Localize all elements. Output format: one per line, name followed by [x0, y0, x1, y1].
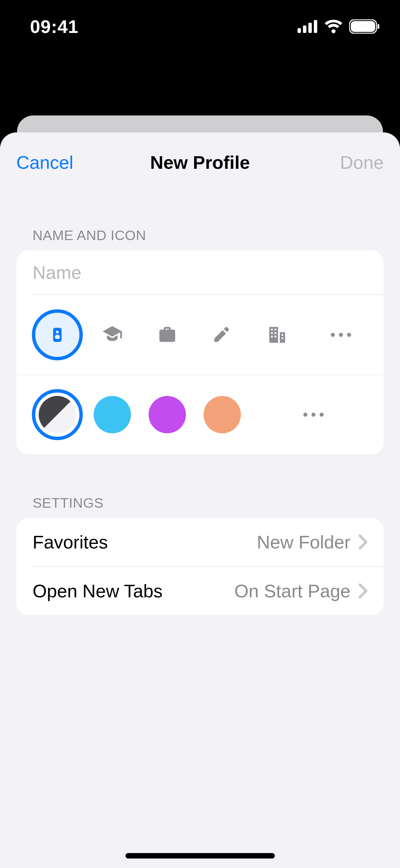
status-time: 09:41 — [0, 16, 109, 37]
briefcase-icon — [157, 324, 178, 345]
color-option-orange[interactable] — [195, 396, 250, 433]
color-picker-row — [16, 375, 384, 454]
new-profile-sheet: Cancel New Profile Done NAME AND ICON — [0, 132, 400, 868]
badge-icon — [49, 326, 66, 343]
open-new-tabs-label: Open New Tabs — [33, 580, 234, 601]
favorites-value: New Folder — [257, 531, 350, 553]
color-option-default[interactable] — [30, 389, 85, 440]
svg-rect-1 — [303, 25, 306, 33]
icon-option-briefcase[interactable] — [140, 309, 195, 360]
settings-card: Favorites New Folder Open New Tabs On St… — [16, 518, 384, 615]
icon-option-badge[interactable] — [30, 309, 85, 360]
default-color-swatch — [39, 396, 76, 433]
building-icon — [267, 324, 288, 345]
nav-bar: Cancel New Profile Done — [0, 132, 400, 192]
icon-picker-row — [16, 295, 384, 375]
svg-rect-5 — [351, 21, 375, 32]
ellipsis-icon — [331, 333, 351, 337]
section-header-settings: SETTINGS — [33, 495, 384, 511]
done-button[interactable]: Done — [309, 152, 384, 173]
blue-swatch — [94, 396, 131, 433]
name-icon-card — [16, 250, 384, 454]
icon-option-graduation[interactable] — [85, 309, 140, 360]
svg-rect-6 — [378, 24, 379, 29]
chevron-right-icon — [359, 583, 367, 598]
open-new-tabs-value: On Start Page — [234, 580, 350, 601]
battery-icon — [349, 19, 380, 34]
ellipsis-icon — [303, 413, 324, 417]
svg-rect-0 — [298, 28, 301, 33]
purple-swatch — [149, 396, 186, 433]
wifi-icon — [324, 20, 343, 33]
graduation-cap-icon — [102, 324, 123, 345]
svg-point-8 — [56, 330, 59, 333]
home-indicator[interactable] — [126, 853, 275, 858]
status-bar: 09:41 — [0, 0, 400, 53]
cancel-button[interactable]: Cancel — [16, 152, 91, 173]
open-new-tabs-row[interactable]: Open New Tabs On Start Page — [16, 567, 384, 615]
color-more-button[interactable] — [250, 413, 377, 417]
chevron-right-icon — [359, 535, 367, 549]
favorites-row[interactable]: Favorites New Folder — [16, 518, 384, 566]
section-header-name-icon: NAME AND ICON — [33, 228, 384, 243]
status-icons — [298, 19, 380, 34]
icon-more-button[interactable] — [305, 333, 377, 337]
favorites-label: Favorites — [33, 531, 257, 553]
cellular-icon — [298, 20, 318, 33]
profile-name-input[interactable] — [33, 262, 367, 283]
name-row — [16, 250, 384, 294]
hammer-icon — [212, 324, 233, 345]
svg-rect-3 — [314, 20, 317, 33]
orange-swatch — [204, 396, 241, 433]
svg-rect-9 — [55, 335, 60, 339]
icon-option-building[interactable] — [250, 309, 305, 360]
page-title: New Profile — [91, 152, 309, 173]
icon-option-hammer[interactable] — [195, 309, 250, 360]
svg-rect-2 — [308, 23, 312, 33]
color-option-purple[interactable] — [140, 396, 195, 433]
color-option-blue[interactable] — [85, 396, 140, 433]
